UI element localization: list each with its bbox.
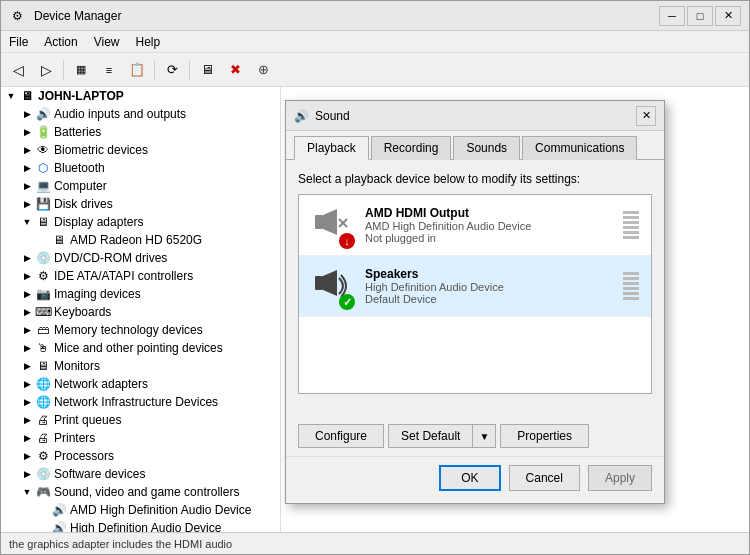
vol-bar-0-4 bbox=[623, 226, 639, 229]
keyboards-arrow: ▶ bbox=[21, 306, 33, 318]
tab-sounds[interactable]: Sounds bbox=[453, 136, 520, 160]
tree-panel[interactable]: ▼ 🖥 JOHN-LAPTOP ▶ 🔊 Audio inputs and out… bbox=[1, 87, 281, 532]
software-arrow: ▶ bbox=[21, 468, 33, 480]
network-label: Network adapters bbox=[54, 377, 148, 391]
vol-bar-1-6 bbox=[623, 297, 639, 300]
tree-item-processors[interactable]: ▶ ⚙ Processors bbox=[1, 447, 280, 465]
ok-button[interactable]: OK bbox=[439, 465, 500, 491]
vol-bar-0-2 bbox=[623, 216, 639, 219]
menu-action[interactable]: Action bbox=[36, 33, 85, 51]
tree-item-diskdrives[interactable]: ▶ 💾 Disk drives bbox=[1, 195, 280, 213]
mice-icon: 🖱 bbox=[35, 340, 51, 356]
bluetooth-arrow: ▶ bbox=[21, 162, 33, 174]
set-default-button[interactable]: Set Default bbox=[388, 424, 472, 448]
menu-view[interactable]: View bbox=[86, 33, 128, 51]
root-icon: 🖥 bbox=[19, 88, 35, 104]
vol-bar-1-3 bbox=[623, 282, 639, 285]
tree-item-batteries[interactable]: ▶ 🔋 Batteries bbox=[1, 123, 280, 141]
tree-item-sound[interactable]: ▼ 🎮 Sound, video and game controllers bbox=[1, 483, 280, 501]
tab-recording[interactable]: Recording bbox=[371, 136, 452, 160]
toolbar-properties[interactable]: 📋 bbox=[124, 57, 150, 83]
processors-arrow: ▶ bbox=[21, 450, 33, 462]
hd-audio-label: High Definition Audio Device bbox=[70, 521, 221, 532]
audio-label: Audio inputs and outputs bbox=[54, 107, 186, 121]
ide-icon: ⚙ bbox=[35, 268, 51, 284]
tree-item-computer[interactable]: ▶ 💻 Computer bbox=[1, 177, 280, 195]
dialog-content: Select a playback device below to modify… bbox=[286, 160, 664, 416]
toolbar-add[interactable]: ⊕ bbox=[250, 57, 276, 83]
menu-file[interactable]: File bbox=[1, 33, 36, 51]
tab-communications[interactable]: Communications bbox=[522, 136, 637, 160]
tree-item-print[interactable]: ▶ 🖨 Print queues bbox=[1, 411, 280, 429]
properties-button[interactable]: Properties bbox=[500, 424, 589, 448]
ide-label: IDE ATA/ATAPI controllers bbox=[54, 269, 193, 283]
device-item-0[interactable]: ↓ AMD HDMI Output AMD High Definition Au… bbox=[299, 195, 651, 256]
toolbar-forward[interactable]: ▷ bbox=[33, 57, 59, 83]
tab-playback[interactable]: Playback bbox=[294, 136, 369, 160]
menu-help[interactable]: Help bbox=[128, 33, 169, 51]
tree-item-amdradeon[interactable]: ▶ 🖥 AMD Radeon HD 6520G bbox=[1, 231, 280, 249]
tree-item-imaging[interactable]: ▶ 📷 Imaging devices bbox=[1, 285, 280, 303]
tree-item-ide[interactable]: ▶ ⚙ IDE ATA/ATAPI controllers bbox=[1, 267, 280, 285]
close-button[interactable]: ✕ bbox=[715, 6, 741, 26]
dialog-actions: Configure Set Default ▼ Properties bbox=[286, 416, 664, 456]
software-label: Software devices bbox=[54, 467, 145, 481]
tree-item-display[interactable]: ▼ 🖥 Display adapters bbox=[1, 213, 280, 231]
biometric-label: Biometric devices bbox=[54, 143, 148, 157]
diskdrives-label: Disk drives bbox=[54, 197, 113, 211]
tree-item-biometric[interactable]: ▶ 👁 Biometric devices bbox=[1, 141, 280, 159]
tree-item-keyboards[interactable]: ▶ ⌨ Keyboards bbox=[1, 303, 280, 321]
dialog-title-left: 🔊 Sound bbox=[294, 109, 350, 123]
mice-label: Mice and other pointing devices bbox=[54, 341, 223, 355]
print-label: Print queues bbox=[54, 413, 121, 427]
tree-item-amd-audio[interactable]: ▶ 🔊 AMD High Definition Audio Device bbox=[1, 501, 280, 519]
minimize-button[interactable]: ─ bbox=[659, 6, 685, 26]
toolbar-view2[interactable]: ≡ bbox=[96, 57, 122, 83]
tree-item-printers[interactable]: ▶ 🖨 Printers bbox=[1, 429, 280, 447]
toolbar-sep2 bbox=[154, 60, 155, 80]
tree-item-monitors[interactable]: ▶ 🖥 Monitors bbox=[1, 357, 280, 375]
title-bar: ⚙ Device Manager ─ □ ✕ bbox=[1, 1, 749, 31]
set-default-arrow-button[interactable]: ▼ bbox=[472, 424, 496, 448]
maximize-button[interactable]: □ bbox=[687, 6, 713, 26]
device-icon-area-1: ✓ bbox=[307, 262, 355, 310]
batteries-arrow: ▶ bbox=[21, 126, 33, 138]
dvd-label: DVD/CD-ROM drives bbox=[54, 251, 167, 265]
tree-item-network-infra[interactable]: ▶ 🌐 Network Infrastructure Devices bbox=[1, 393, 280, 411]
bluetooth-icon: ⬡ bbox=[35, 160, 51, 176]
tree-item-bluetooth[interactable]: ▶ ⬡ Bluetooth bbox=[1, 159, 280, 177]
computer-icon: 💻 bbox=[35, 178, 51, 194]
device-item-1[interactable]: ✓ Speakers High Definition Audio Device … bbox=[299, 256, 651, 317]
configure-button[interactable]: Configure bbox=[298, 424, 384, 448]
monitors-icon: 🖥 bbox=[35, 358, 51, 374]
printers-label: Printers bbox=[54, 431, 95, 445]
device-info-1: Speakers High Definition Audio Device De… bbox=[365, 267, 623, 305]
dialog-close-button[interactable]: ✕ bbox=[636, 106, 656, 126]
software-icon: 💿 bbox=[35, 466, 51, 482]
tree-item-dvd[interactable]: ▶ 💿 DVD/CD-ROM drives bbox=[1, 249, 280, 267]
tree-item-audio[interactable]: ▶ 🔊 Audio inputs and outputs bbox=[1, 105, 280, 123]
tree-root[interactable]: ▼ 🖥 JOHN-LAPTOP bbox=[1, 87, 280, 105]
tree-item-mice[interactable]: ▶ 🖱 Mice and other pointing devices bbox=[1, 339, 280, 357]
toolbar-scan[interactable]: 🖥 bbox=[194, 57, 220, 83]
tree-item-memory[interactable]: ▶ 🗃 Memory technology devices bbox=[1, 321, 280, 339]
tree-item-network[interactable]: ▶ 🌐 Network adapters bbox=[1, 375, 280, 393]
apply-button[interactable]: Apply bbox=[588, 465, 652, 491]
toolbar-update[interactable]: ⟳ bbox=[159, 57, 185, 83]
monitors-label: Monitors bbox=[54, 359, 100, 373]
mice-arrow: ▶ bbox=[21, 342, 33, 354]
cancel-button[interactable]: Cancel bbox=[509, 465, 580, 491]
imaging-icon: 📷 bbox=[35, 286, 51, 302]
tree-item-hd-audio[interactable]: ▶ 🔊 High Definition Audio Device bbox=[1, 519, 280, 532]
device-list[interactable]: ↓ AMD HDMI Output AMD High Definition Au… bbox=[298, 194, 652, 394]
tree-item-software[interactable]: ▶ 💿 Software devices bbox=[1, 465, 280, 483]
display-icon: 🖥 bbox=[35, 214, 51, 230]
display-arrow: ▼ bbox=[21, 216, 33, 228]
toolbar-view1[interactable]: ▦ bbox=[68, 57, 94, 83]
dialog-title-text: Sound bbox=[315, 109, 350, 123]
toolbar-back[interactable]: ◁ bbox=[5, 57, 31, 83]
sound-icon: 🎮 bbox=[35, 484, 51, 500]
dialog-icon: 🔊 bbox=[294, 109, 309, 123]
keyboards-label: Keyboards bbox=[54, 305, 111, 319]
toolbar-remove[interactable]: ✖ bbox=[222, 57, 248, 83]
